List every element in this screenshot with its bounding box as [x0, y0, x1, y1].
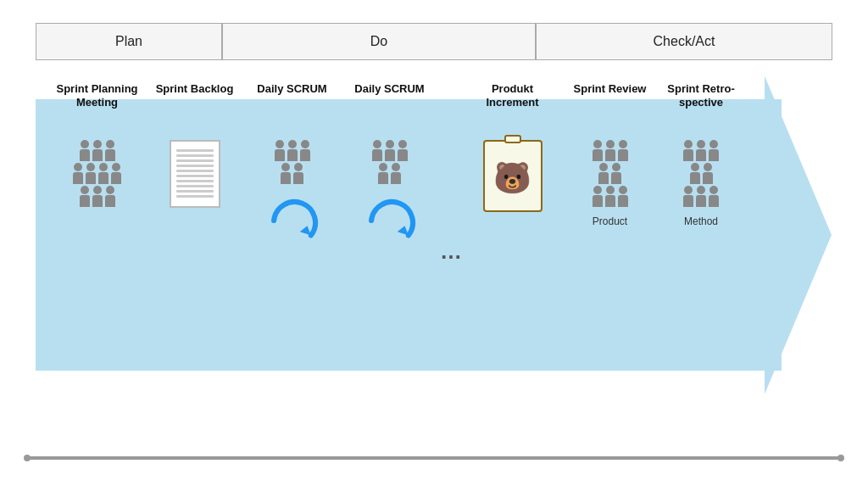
people-row — [683, 140, 719, 161]
phase-plan: Plan — [36, 23, 222, 60]
diagram-container: Plan Do Check/Act Sprint Planning Meetin… — [19, 14, 849, 472]
step-sprint-retrospective-label: Sprint Retro-spective — [664, 82, 738, 126]
people-row — [275, 140, 310, 161]
people-row — [593, 140, 628, 161]
backlog-icon — [170, 140, 220, 208]
step-produkt-increment-icon: 🐻 — [483, 140, 542, 212]
clipboard-top — [504, 135, 521, 143]
people-row — [372, 140, 408, 161]
person — [391, 163, 401, 184]
person — [605, 140, 615, 161]
step-sprint-planning-label: Sprint Planning Meeting — [53, 82, 141, 126]
people-group-retro — [683, 140, 719, 209]
people-row — [593, 186, 628, 207]
people-row — [683, 186, 719, 207]
people-row — [598, 163, 621, 184]
step-sprint-review-sublabel: Product — [593, 215, 627, 227]
svg-marker-1 — [397, 226, 408, 235]
step-daily-scrum-2-label: Daily SCRUM — [354, 82, 424, 126]
person — [618, 140, 628, 161]
step-sprint-retrospective: Sprint Retro-spective — [659, 74, 743, 396]
step-produkt-increment: Produkt Increment 🐻 — [464, 74, 561, 396]
person — [683, 186, 693, 207]
person — [593, 186, 603, 207]
person — [86, 163, 96, 184]
ellipsis: … — [438, 238, 464, 265]
person — [709, 140, 719, 161]
person — [111, 163, 121, 184]
person — [80, 186, 90, 207]
person — [275, 140, 285, 161]
step-sprint-review-label: Sprint Review — [574, 82, 647, 126]
step-sprint-backlog-label: Sprint Backlog — [156, 82, 234, 126]
person — [73, 163, 83, 184]
phase-plan-label: Plan — [115, 34, 142, 49]
person — [611, 163, 621, 184]
step-sprint-planning: Sprint Planning Meeting — [48, 74, 146, 396]
circular-arrow-svg-1 — [263, 191, 322, 250]
circular-arrow-svg-2 — [360, 191, 420, 250]
people-group-scrum2-top — [360, 140, 420, 186]
person — [709, 186, 719, 207]
people-row-top — [80, 140, 115, 161]
person — [605, 186, 615, 207]
person — [287, 140, 298, 161]
circular-arrow-1 — [263, 191, 322, 250]
person — [105, 140, 115, 161]
people-group-review — [593, 140, 628, 209]
step-sprint-review: Sprint Review — [561, 74, 659, 396]
person — [372, 140, 382, 161]
person — [105, 186, 115, 207]
timeline-bar — [27, 456, 841, 460]
step-daily-scrum-1-icon — [263, 140, 322, 250]
person — [703, 163, 713, 184]
person — [80, 140, 90, 161]
step-sprint-planning-icon — [73, 140, 121, 209]
person — [281, 163, 291, 184]
clipboard-icon: 🐻 — [483, 140, 542, 212]
phase-checkact-label: Check/Act — [654, 34, 715, 49]
step-daily-scrum-1-label: Daily SCRUM — [257, 82, 326, 126]
people-row-base — [80, 186, 115, 207]
person — [378, 163, 388, 184]
step-daily-scrum-2: Daily SCRUM — [341, 74, 438, 396]
person — [618, 186, 628, 207]
circular-arrow-2 — [360, 191, 420, 250]
person — [398, 140, 408, 161]
step-daily-scrum-2-icon — [360, 140, 420, 250]
person — [598, 163, 609, 184]
step-daily-scrum-1: Daily SCRUM — [243, 74, 341, 396]
people-row-bottom — [73, 163, 121, 184]
phase-do-label: Do — [370, 34, 387, 49]
person — [98, 163, 108, 184]
person — [293, 163, 303, 184]
bear-emoji: 🐻 — [493, 163, 531, 193]
person — [690, 163, 700, 184]
step-produkt-increment-label: Produkt Increment — [469, 82, 556, 126]
people-row — [690, 163, 713, 184]
person — [92, 140, 103, 161]
person — [593, 140, 603, 161]
step-sprint-retrospective-icon — [683, 140, 719, 209]
phase-checkact: Check/Act — [536, 23, 832, 60]
person — [92, 186, 103, 207]
person — [385, 140, 395, 161]
step-sprint-backlog-icon — [170, 140, 220, 208]
step-sprint-review-icon — [593, 140, 628, 209]
person — [683, 140, 693, 161]
person — [696, 186, 706, 207]
steps-row: Sprint Planning Meeting — [36, 74, 832, 396]
people-row — [378, 163, 401, 184]
person — [300, 140, 310, 161]
people-row — [281, 163, 303, 184]
phase-do: Do — [222, 23, 536, 60]
person — [696, 140, 706, 161]
phase-headers: Plan Do Check/Act — [36, 23, 832, 60]
svg-marker-0 — [299, 226, 310, 235]
step-sprint-retrospective-sublabel: Method — [684, 215, 718, 227]
people-group-scrum1-top — [263, 140, 322, 186]
people-group-planning — [73, 140, 121, 209]
step-sprint-backlog: Sprint Backlog — [146, 74, 243, 396]
